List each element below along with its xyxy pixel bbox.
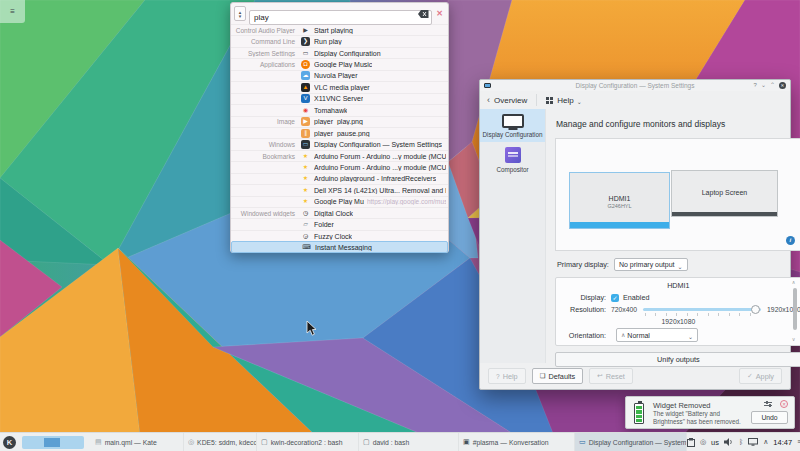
sidebar-item-display-configuration[interactable]: Display Configuration [480, 109, 545, 142]
taskbar-task-button[interactable]: ◎ KDE5: sddm, kdecoration, ksysgua [184, 433, 257, 451]
reset-button[interactable]: ↩ Reset [589, 368, 633, 384]
application-launcher-button[interactable]: K [3, 436, 16, 449]
result-category-label: Bookmarks [233, 153, 301, 160]
result-icon: V [301, 94, 310, 103]
result-label: Arduino Forum - Arduino ...y module (MCU… [314, 164, 446, 171]
maximize-button[interactable]: ⌃ [770, 82, 775, 89]
selected-monitor-bar [570, 222, 669, 228]
window-toolbar: ‹ Overview Help ⌄ [480, 91, 790, 109]
expand-tray-icon[interactable]: ∧ [763, 438, 768, 446]
notification-popup: Widget Removed The widget "Battery and B… [625, 396, 795, 429]
krunner-result-row[interactable]: ∥ player_pause.png [231, 127, 448, 138]
monitor-icon [502, 114, 524, 128]
krunner-result-row[interactable]: ⌨ Instant Messaging [231, 241, 448, 252]
scrollbar-thumb[interactable] [793, 288, 797, 330]
window-help-button[interactable]: ? [754, 82, 757, 89]
close-button[interactable]: ✕ [779, 82, 786, 89]
krunner-result-row[interactable]: ▲ VLC media player [231, 81, 448, 92]
krunner-result-row[interactable]: ★ Dell XPS 14 (L421x) Ultra... Removal a… [231, 184, 448, 195]
krunner-result-row[interactable]: Applications Ω Google Play Music [231, 58, 448, 69]
result-icon: ▲ [301, 83, 310, 92]
close-icon[interactable]: ✕ [435, 9, 444, 18]
clear-input-icon[interactable] [418, 10, 429, 18]
clipboard-icon[interactable] [687, 438, 695, 447]
minimize-button[interactable]: ⌄ [761, 82, 766, 89]
krunner-result-row[interactable]: ◶ Fuzzy Clock [231, 230, 448, 241]
help-menu-button[interactable]: Help [557, 96, 573, 105]
chevron-down-icon: ▾ [239, 14, 242, 18]
apply-button[interactable]: ✓ Apply [739, 368, 782, 384]
task-manager: ▤ main.qml — Kate ◎ KDE5: sddm, kdecorat… [91, 433, 687, 451]
krunner-result-row[interactable]: Windowed widgets ◷ Digital Clock [231, 207, 448, 218]
result-label: Google Play Music [314, 198, 364, 205]
result-icon: ▱ [301, 220, 310, 229]
clock[interactable]: 14:47 [773, 438, 792, 447]
krunner-result-row[interactable]: ★ Arduino playground - InfraredReceivers [231, 173, 448, 184]
krunner-result-row[interactable]: ★ Google Play Music https://play.google.… [231, 196, 448, 207]
window-title: Display Configuration — System Settings [480, 82, 790, 89]
display-enabled-checkbox[interactable]: ✓ [611, 294, 619, 302]
notification-body: The widget "Battery and Brightness" has … [653, 410, 751, 425]
unify-outputs-button[interactable]: Unify outputs [555, 352, 800, 367]
taskbar-task-button[interactable]: ▭ Display Configuration — System Se [575, 433, 687, 451]
krunner-result-row[interactable]: Control Audio Player ▶ Start playing [231, 24, 448, 35]
sidebar-item-compositor[interactable]: Compositor [480, 142, 545, 177]
krunner-result-row[interactable]: ▱ Folder [231, 218, 448, 229]
krunner-result-row[interactable]: ☁ Nuvola Player [231, 70, 448, 81]
search-input[interactable] [249, 10, 432, 25]
status-icon[interactable]: ◎ [700, 438, 706, 446]
orientation-select[interactable]: ∧ Normal ⌄ [616, 328, 698, 342]
display-label: Display: [560, 293, 606, 302]
krunner-result-row[interactable]: Image ▶ player_play.png [231, 116, 448, 127]
keyboard-layout-indicator[interactable]: us [711, 438, 719, 447]
taskbar-task-button[interactable]: ▢ kwin-decoration2 : bash [257, 433, 359, 451]
taskbar-task-button[interactable]: ▢ david : bash [359, 433, 459, 451]
krunner-result-row[interactable]: V X11VNC Server [231, 93, 448, 104]
settings-content: Manage and configure monitors and displa… [546, 109, 800, 363]
result-icon: Ω [301, 60, 310, 69]
desktop-toolbox[interactable]: ≡ [0, 0, 25, 23]
defaults-button[interactable]: ❏ Defaults [532, 368, 584, 384]
result-icon: ▶ [301, 26, 310, 35]
help-button[interactable]: ? Help [488, 368, 526, 384]
krunner-result-row[interactable]: Command Line ❯ Run play [231, 35, 448, 46]
monitor-hdmi1[interactable]: HDMI1 G246HYL [569, 172, 670, 229]
result-label: Folder [314, 221, 334, 228]
result-label: Tomahawk [314, 107, 347, 114]
result-icon: ★ [301, 152, 310, 161]
notification-settings-icon[interactable] [764, 402, 772, 408]
resolution-slider[interactable] [643, 308, 761, 311]
system-tray: ◎ us ᛒ ∧ 14:47 ≡ [687, 438, 800, 447]
result-category-label: Windowed widgets [233, 210, 301, 217]
virtual-desktop-pager[interactable] [22, 436, 84, 449]
bluetooth-icon[interactable]: ᛒ [739, 438, 743, 446]
notification-close-icon[interactable]: ✕ [780, 400, 788, 408]
monitor-preview-area: HDMI1 G246HYL Laptop Screen i [555, 138, 800, 251]
volume-icon[interactable] [724, 438, 734, 446]
krunner-result-row[interactable]: System Settings ▭ Display Configuration [231, 47, 448, 58]
overview-button[interactable]: Overview [494, 96, 527, 105]
scroll-down-icon[interactable]: ∨ [792, 337, 796, 342]
krunner-result-row[interactable]: Windows ▭ Display Configuration — System… [231, 138, 448, 149]
result-url-suffix: https://play.google.com/music/... [367, 198, 446, 205]
result-category-label: Command Line [233, 38, 301, 45]
krunner-result-row[interactable]: ★ Arduino Forum - Arduino ...y module (M… [231, 161, 448, 172]
monitor-laptop-screen[interactable]: Laptop Screen [671, 170, 778, 217]
taskbar-task-button[interactable]: ▣ #plasma — Konversation [459, 433, 575, 451]
enabled-label: Enabled [623, 293, 649, 302]
toolbar-separator [536, 94, 537, 106]
back-chevron-icon: ‹ [487, 95, 490, 105]
scroll-up-icon[interactable]: ∧ [792, 280, 796, 285]
display-icon[interactable] [748, 438, 758, 446]
primary-display-select[interactable]: No primary output ⌄ [614, 258, 688, 271]
info-icon[interactable]: i [786, 236, 795, 245]
taskbar-task-button[interactable]: ▤ main.qml — Kate [91, 433, 184, 451]
task-icon: ▢ [363, 438, 370, 446]
window-titlebar[interactable]: Display Configuration — System Settings … [480, 80, 790, 91]
krunner-result-row[interactable]: Bookmarks ★ Arduino Forum - Arduino ...y… [231, 150, 448, 161]
undo-button[interactable]: Undo [751, 411, 788, 424]
krunner-options-button[interactable]: ▴ ▾ [234, 6, 246, 21]
mouse-cursor [306, 321, 317, 337]
krunner-result-row[interactable]: ◉ Tomahawk [231, 104, 448, 115]
panel-scrollbar[interactable]: ∧ ∨ [793, 283, 798, 340]
